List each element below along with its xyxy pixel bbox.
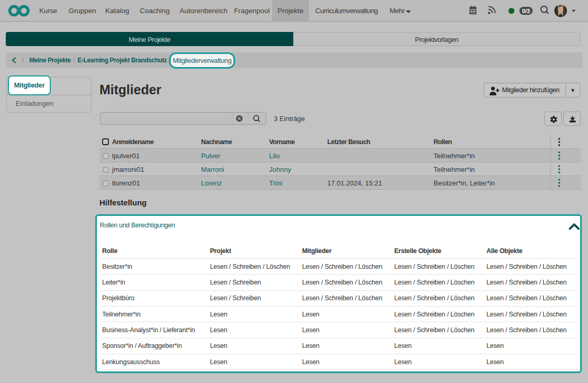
svg-text:0/3: 0/3 <box>522 8 530 14</box>
